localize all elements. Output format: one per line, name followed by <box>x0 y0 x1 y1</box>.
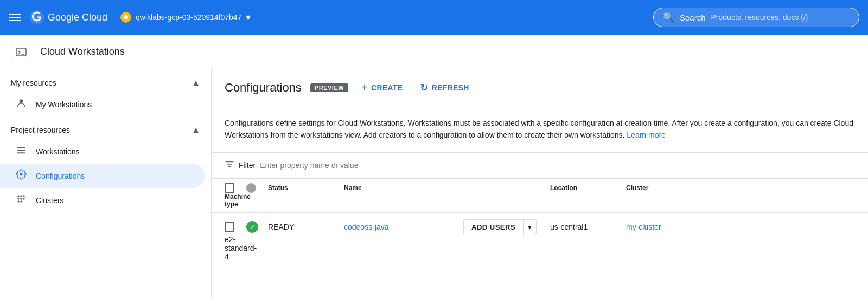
my-resources-chevron-icon: ▲ <box>192 78 200 88</box>
add-users-group: ADD USERS ▾ <box>463 219 550 235</box>
search-hint: Products, resources, docs (/) <box>711 13 808 22</box>
svg-point-8 <box>23 195 24 197</box>
create-button[interactable]: + CREATE <box>357 78 407 97</box>
row-machine-type-cell: e2-standard-4 <box>225 235 246 261</box>
svg-point-2 <box>20 99 23 103</box>
project-resources-chevron-icon: ▲ <box>192 125 200 135</box>
configurations-label: Configurations <box>36 172 85 180</box>
filter-icon <box>225 159 234 172</box>
refresh-icon: ↻ <box>420 82 428 94</box>
svg-rect-1 <box>16 48 26 56</box>
row-actions-cell: ADD USERS ▾ <box>463 219 550 235</box>
col-header-status <box>246 183 268 193</box>
sort-up-icon: ↑ <box>364 184 368 192</box>
table-row: ✓ READY codeoss-java ADD USERS ▾ us-cent… <box>212 213 868 268</box>
row-checkbox-cell <box>225 222 246 232</box>
project-selector[interactable]: qwiklabs-gcp-03-520914f07b47 ▾ <box>120 11 251 23</box>
select-all-checkbox[interactable] <box>225 183 234 193</box>
create-label: CREATE <box>371 83 403 92</box>
project-dot-icon <box>120 12 131 23</box>
person-icon <box>15 98 27 111</box>
project-resources-section[interactable]: Project resources ▲ <box>0 116 211 139</box>
main-layout: My resources ▲ My Workstations Project r… <box>0 69 868 299</box>
add-users-button[interactable]: ADD USERS <box>463 219 523 235</box>
description-text: Configurations define settings for Cloud… <box>225 119 853 139</box>
svg-point-6 <box>17 195 19 197</box>
service-icon <box>11 42 31 62</box>
menu-button[interactable] <box>9 14 21 21</box>
clusters-label: Clusters <box>36 196 63 205</box>
plus-icon: + <box>361 81 368 94</box>
table-container: Status Name ↑ Location Cluster Machine t… <box>212 179 868 268</box>
secondary-header: Cloud Workstations <box>0 35 868 69</box>
filter-input[interactable] <box>260 161 855 170</box>
status-header-icon <box>246 183 256 193</box>
row-cluster-cell: my-cluster <box>626 223 702 231</box>
my-workstations-label: My Workstations <box>36 100 92 109</box>
list-icon <box>15 145 27 158</box>
top-header: Google Cloud qwiklabs-gcp-03-520914f07b4… <box>0 0 868 35</box>
service-name: Cloud Workstations <box>40 46 125 57</box>
search-icon: 🔍 <box>662 11 674 23</box>
sidebar: My resources ▲ My Workstations Project r… <box>0 69 212 299</box>
content-header: Configurations PREVIEW + CREATE ↻ REFRES… <box>212 69 868 106</box>
workstations-label: Workstations <box>36 147 80 156</box>
table-header: Status Name ↑ Location Cluster Machine t… <box>212 179 868 213</box>
svg-point-12 <box>17 200 19 202</box>
grid-icon <box>15 193 27 207</box>
preview-badge: PREVIEW <box>310 83 348 92</box>
row-cluster-link[interactable]: my-cluster <box>626 223 661 231</box>
sidebar-item-my-workstations[interactable]: My Workstations <box>0 92 205 116</box>
my-resources-section[interactable]: My resources ▲ <box>0 69 211 92</box>
row-status-text: READY <box>268 223 344 231</box>
sidebar-item-clusters[interactable]: Clusters <box>0 188 205 212</box>
gear-icon <box>15 169 27 183</box>
sidebar-item-configurations[interactable]: Configurations <box>0 164 205 188</box>
col-header-cluster: Cluster <box>626 184 702 192</box>
filter-label: Filter <box>239 161 256 170</box>
my-resources-label: My resources <box>11 79 56 87</box>
row-checkbox[interactable] <box>225 222 234 232</box>
row-status-cell: ✓ <box>246 221 268 233</box>
sidebar-item-workstations[interactable]: Workstations <box>0 139 205 164</box>
svg-point-7 <box>20 195 22 197</box>
refresh-button[interactable]: ↻ REFRESH <box>416 79 473 97</box>
svg-rect-5 <box>17 152 25 153</box>
col-header-machine-type: Machine type <box>225 193 246 208</box>
ready-status-icon: ✓ <box>246 221 258 233</box>
svg-rect-4 <box>17 150 25 151</box>
col-header-checkbox <box>225 183 246 193</box>
refresh-label: REFRESH <box>432 83 469 92</box>
chevron-down-icon: ▾ <box>246 11 251 23</box>
svg-point-10 <box>20 198 22 199</box>
svg-point-13 <box>20 200 22 202</box>
project-id: qwiklabs-gcp-03-520914f07b47 <box>136 13 241 22</box>
row-name-link[interactable]: codeoss-java <box>344 223 389 231</box>
learn-more-link[interactable]: Learn more <box>627 131 666 139</box>
row-location-cell: us-central1 <box>550 223 626 231</box>
add-users-dropdown-button[interactable]: ▾ <box>523 219 537 235</box>
col-header-name[interactable]: Name ↑ <box>344 184 463 192</box>
search-bar[interactable]: 🔍 Search Products, resources, docs (/) <box>653 8 859 27</box>
col-header-status-text: Status <box>268 184 344 192</box>
page-title: Configurations <box>225 81 302 95</box>
name-header-label: Name <box>344 184 362 192</box>
main-content: Configurations PREVIEW + CREATE ↻ REFRES… <box>212 69 868 299</box>
svg-point-9 <box>17 198 19 199</box>
svg-rect-3 <box>17 147 25 148</box>
row-name-cell: codeoss-java <box>344 223 463 231</box>
svg-point-11 <box>23 198 24 199</box>
search-label: Search <box>680 13 706 22</box>
filter-row: Filter <box>212 153 868 179</box>
project-resources-label: Project resources <box>11 126 70 134</box>
col-header-location: Location <box>550 184 626 192</box>
description-box: Configurations define settings for Cloud… <box>212 106 868 153</box>
google-cloud-logo: Google Cloud <box>29 10 107 25</box>
